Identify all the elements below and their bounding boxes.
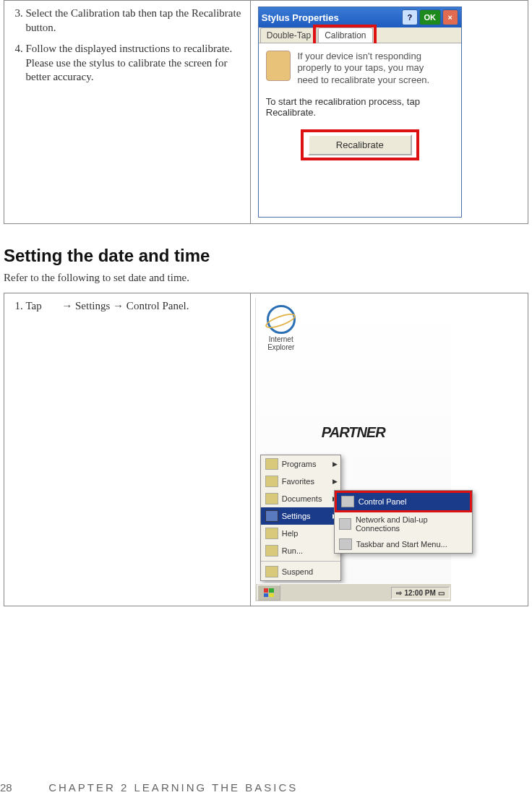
dialog-title: Stylus Properties	[262, 12, 400, 23]
start-menu: Programs▶ Favorites▶ Documents▶ Settings…	[260, 455, 341, 581]
close-button[interactable]: ×	[442, 9, 458, 25]
menu-help[interactable]: Help	[261, 525, 340, 542]
windows-flag-icon	[264, 588, 274, 597]
menu-programs[interactable]: Programs▶	[261, 455, 340, 473]
dialog-text-2: To start the recalibration process, tap …	[266, 96, 454, 118]
start-button[interactable]	[257, 585, 280, 601]
menu-favorites[interactable]: Favorites▶	[261, 473, 340, 490]
tab-double-tap[interactable]: Double-Tap	[260, 27, 317, 43]
desktop-icon: ▭	[438, 589, 445, 597]
chevron-right-icon: ▶	[332, 460, 338, 468]
highlight-control-panel: Control Panel	[335, 491, 472, 512]
start-icon	[45, 302, 56, 312]
ie-icon	[267, 305, 296, 334]
chapter-label: CHAPTER 2 LEARNING THE BASICS	[48, 781, 298, 794]
clock: 12:00 PM	[404, 589, 435, 597]
run-icon	[265, 545, 278, 556]
dialog-titlebar: Stylus Properties ? OK ×	[259, 7, 461, 27]
highlight-recalibrate: Recalibrate	[301, 129, 419, 160]
stylus-properties-dialog: Stylus Properties ? OK × Double-Tap Cali…	[258, 7, 462, 218]
tab-calibration[interactable]: Calibration	[318, 27, 372, 43]
settings-icon	[265, 510, 278, 522]
step-1: Tap → Settings → Control Panel.	[26, 299, 243, 314]
section-heading: Setting the date and time	[4, 246, 528, 266]
step-3: Select the Calibration tab then tap the …	[26, 7, 243, 35]
folder-icon	[265, 458, 278, 470]
menu-documents[interactable]: Documents▶	[261, 490, 340, 507]
instruction-table-2: Tap → Settings → Control Panel. Internet…	[4, 293, 528, 606]
control-panel-icon	[341, 496, 354, 507]
system-tray[interactable]: ⇨ 12:00 PM ▭	[391, 587, 449, 599]
ok-button[interactable]: OK	[419, 9, 441, 25]
desktop-screenshot: Internet Explorer PARTNER Programs▶ Favo…	[255, 298, 451, 601]
instruction-table-1: Select the Calibration tab then tap the …	[4, 0, 528, 224]
taskbar-icon	[339, 538, 352, 550]
stylus-icon	[266, 51, 291, 81]
suspend-icon	[265, 566, 278, 577]
menu-settings[interactable]: Settings▶	[261, 507, 340, 525]
partner-logo: PARTNER	[256, 424, 451, 441]
submenu-network[interactable]: Network and Dial-up Connections	[335, 512, 472, 536]
chevron-right-icon: ▶	[332, 478, 338, 485]
dialog-text-1: If your device isn't responding properly…	[297, 51, 442, 86]
steps-list-2: Tap → Settings → Control Panel.	[12, 299, 243, 314]
page-number: 28	[0, 781, 22, 794]
help-button[interactable]: ?	[402, 9, 418, 25]
ie-desktop-icon[interactable]: Internet Explorer	[263, 305, 299, 351]
recalibrate-button[interactable]: Recalibrate	[308, 134, 412, 155]
steps-list-1: Select the Calibration tab then tap the …	[12, 7, 243, 85]
folder-icon	[265, 493, 278, 504]
section-intro: Refer to the following to set date and t…	[4, 272, 528, 284]
taskbar: ⇨ 12:00 PM ▭	[256, 583, 451, 601]
tray-arrow-icon: ⇨	[396, 589, 402, 597]
folder-icon	[265, 476, 278, 487]
settings-submenu: Control Panel Network and Dial-up Connec…	[334, 490, 473, 554]
submenu-control-panel[interactable]: Control Panel	[337, 493, 470, 510]
page-footer: 28 CHAPTER 2 LEARNING THE BASICS	[0, 781, 298, 794]
menu-suspend[interactable]: Suspend	[261, 563, 340, 580]
submenu-taskbar[interactable]: Taskbar and Start Menu...	[335, 536, 472, 553]
menu-run[interactable]: Run...	[261, 542, 340, 559]
network-icon	[339, 518, 351, 530]
step-4: Follow the displayed instructions to rec…	[26, 42, 243, 85]
help-icon	[265, 528, 278, 539]
